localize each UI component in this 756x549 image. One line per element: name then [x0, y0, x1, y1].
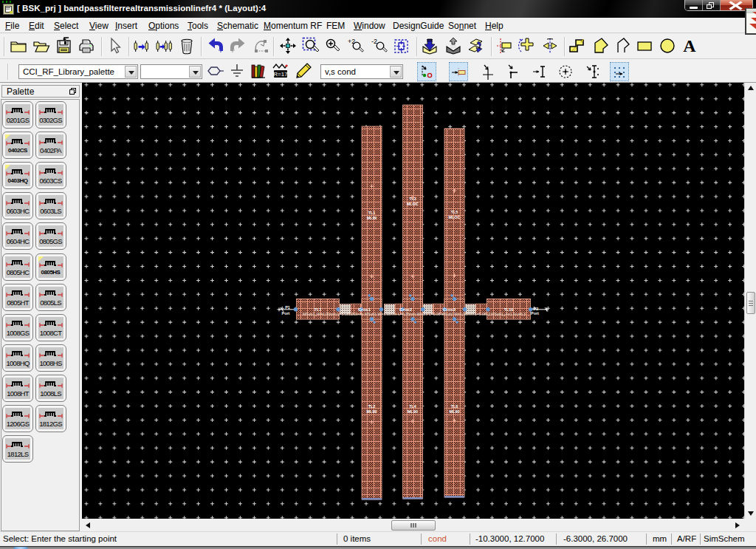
svg-text:TL6: TL6 [451, 404, 458, 409]
svg-text:ML90: ML90 [450, 409, 460, 414]
svg-text:A: A [683, 37, 696, 55]
svg-text:-2: -2 [371, 38, 377, 45]
svg-text:TL5: TL5 [451, 210, 458, 214]
svg-text:Port: Port [531, 311, 539, 316]
svg-text:Port: Port [282, 311, 290, 316]
svg-text:TL2: TL2 [368, 404, 376, 409]
svg-text:MLIN: MLIN [367, 216, 377, 220]
svg-text:ML90: ML90 [408, 409, 418, 414]
svg-text:TL4: TL4 [409, 404, 416, 409]
svg-text:Cros3: Cros3 [443, 307, 456, 312]
svg-text:ML90: ML90 [367, 409, 377, 414]
svg-text:P2: P2 [534, 307, 539, 311]
svg-text:MLOC: MLOC [449, 215, 461, 219]
svg-text:MLOC: MLOC [407, 202, 419, 206]
svg-text:P1: P1 [285, 305, 290, 310]
svg-text:Cros2: Cros2 [399, 307, 413, 312]
svg-text:TL7: TL7 [315, 307, 322, 312]
svg-text:Cros1: Cros1 [358, 307, 371, 312]
svg-text:TL10: TL10 [504, 307, 514, 312]
svg-text:R=17: R=17 [273, 71, 288, 78]
svg-text:+2: +2 [348, 38, 355, 45]
svg-text:TL1: TL1 [368, 211, 376, 215]
